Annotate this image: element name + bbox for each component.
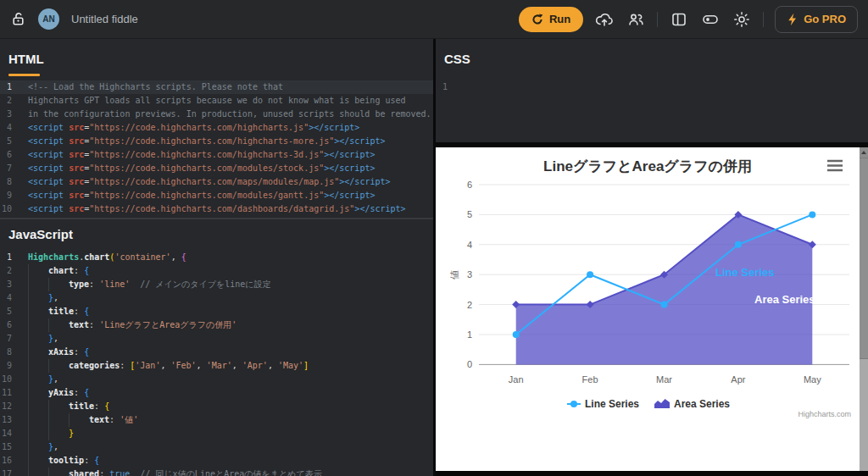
code-line: 5<script src="https://code.highcharts.co… (0, 135, 433, 148)
unlocked-padlock-icon (10, 11, 26, 27)
layout-button[interactable] (669, 9, 689, 30)
result-chart: 0123456JanFebMarAprMay値Line SeriesArea S… (436, 147, 860, 471)
y-axis-tick: 4 (467, 240, 472, 250)
code-line: 8xAxis: { (0, 346, 433, 359)
code-line: 9<script src="https://code.highcharts.co… (0, 189, 433, 202)
svg-text:Line Series: Line Series (585, 398, 639, 410)
sun-icon (733, 11, 750, 28)
css-code-editor[interactable]: 1 (436, 80, 868, 140)
code-line: 7}, (0, 332, 433, 346)
code-line: 1 (436, 80, 868, 94)
x-axis-tick: Jan (509, 374, 524, 385)
collaborate-button[interactable] (626, 9, 646, 30)
line-marker-circle[interactable] (809, 211, 815, 218)
y-axis-tick: 0 (467, 359, 472, 369)
panel-splitter[interactable] (0, 218, 433, 219)
code-line: 14} (0, 427, 433, 440)
theme-button[interactable] (732, 9, 752, 30)
x-axis-tick: May (804, 374, 821, 385)
code-line: 5title: { (0, 305, 433, 318)
code-line: 10}, (0, 373, 433, 386)
area-series-label: Area Series (754, 293, 815, 306)
cloud-upload-button[interactable] (594, 9, 615, 30)
line-marker-circle[interactable] (661, 302, 668, 308)
code-line: 17shared: true // 同じx値のLineとAreaの値をまとめて表… (0, 468, 433, 476)
toggle-icon (701, 11, 720, 28)
y-axis-tick: 6 (467, 180, 472, 190)
chart-context-menu-button[interactable] (827, 161, 843, 170)
code-line: 3type: 'line' // メインのタイプをlineに設定 (0, 278, 433, 291)
code-line: 3in the configuration previews. In produ… (0, 108, 433, 121)
code-line: 13text: '値' (0, 413, 433, 427)
left-editor-column: HTML 1<!-- Load the Highcharts scripts. … (0, 39, 433, 476)
javascript-panel-label[interactable]: JavaScript (8, 227, 73, 241)
result-bottom-border (436, 471, 868, 476)
html-panel-label[interactable]: HTML (8, 52, 44, 66)
code-line: 2Highcharts GPT loads all scripts becaus… (0, 94, 433, 108)
result-panel: 0123456JanFebMarAprMay値Line SeriesArea S… (436, 147, 860, 471)
x-axis-tick: Mar (656, 374, 672, 385)
html-active-tab-indicator (8, 74, 40, 76)
y-axis-tick: 1 (467, 329, 472, 340)
run-refresh-icon (531, 14, 543, 25)
code-line: 4}, (0, 291, 433, 305)
chart-title: LineグラフとAreaグラフの併用 (543, 158, 752, 174)
line-marker-circle[interactable] (735, 241, 742, 248)
code-line: 6<script src="https://code.highcharts.co… (0, 148, 433, 162)
right-column: CSS 1 0123456JanFebMarAprMay値Line Series… (436, 39, 868, 476)
cloud-upload-icon (595, 11, 614, 28)
code-line: 2chart: { (0, 264, 433, 278)
y-axis-title: 値 (449, 270, 459, 280)
x-axis-tick: Apr (731, 374, 745, 385)
line-marker-circle[interactable] (587, 271, 593, 278)
x-axis-tick: Feb (582, 374, 598, 385)
scrollbar-thumb[interactable] (860, 158, 868, 359)
legend-item-line-series[interactable]: Line Series (567, 398, 639, 410)
people-icon (626, 11, 645, 28)
javascript-code-editor[interactable]: 1Highcharts.chart('container', {2chart: … (0, 251, 433, 476)
preview-toggle-button[interactable] (700, 9, 721, 30)
code-line: 6text: 'LineグラフとAreaグラフの併用' (0, 318, 433, 332)
code-line: 9categories: ['Jan', 'Feb', 'Mar', 'Apr'… (0, 359, 433, 373)
code-line: 1Highcharts.chart('container', { (0, 251, 433, 264)
topbar: AN Untitled fiddle Run (0, 0, 868, 39)
lightning-bolt-icon (787, 13, 798, 26)
result-scrollbar[interactable] (860, 147, 868, 471)
legend-item-area-series[interactable]: Area Series (654, 398, 730, 410)
topbar-divider (763, 12, 764, 27)
code-line: 12title: { (0, 400, 433, 413)
code-line: 7<script src="https://code.highcharts.co… (0, 162, 433, 175)
y-axis-tick: 5 (467, 209, 472, 219)
code-line: 16tooltip: { (0, 454, 433, 468)
code-line: 1<!-- Load the Highcharts scripts. Pleas… (0, 80, 433, 94)
run-button[interactable]: Run (519, 7, 583, 32)
highcharts-credits[interactable]: Highcharts.com (798, 410, 851, 418)
code-line: 10<script src="https://code.highcharts.c… (0, 202, 433, 216)
y-axis-tick: 3 (467, 269, 472, 280)
line-series-label: Line Series (715, 266, 774, 279)
go-pro-button[interactable]: Go PRO (775, 6, 858, 33)
svg-text:Area Series: Area Series (674, 398, 730, 410)
line-marker-circle[interactable] (513, 331, 520, 338)
fiddle-title[interactable]: Untitled fiddle (71, 13, 138, 25)
topbar-divider (657, 12, 658, 27)
code-line: 8<script src="https://code.highcharts.co… (0, 175, 433, 189)
code-line: 15}, (0, 440, 433, 454)
layout-panels-icon (670, 11, 687, 28)
css-panel-label[interactable]: CSS (444, 52, 470, 66)
html-code-editor[interactable]: 1<!-- Load the Highcharts scripts. Pleas… (0, 80, 433, 216)
y-axis-tick: 2 (467, 300, 472, 310)
fiddle-app: AN Untitled fiddle Run (0, 0, 868, 476)
avatar[interactable]: AN (38, 8, 59, 30)
scrollbar-up-arrow[interactable] (860, 147, 868, 158)
area-series[interactable] (516, 214, 813, 364)
code-line: 4<script src="https://code.highcharts.co… (0, 121, 433, 135)
code-line: 11yAxis: { (0, 386, 433, 400)
